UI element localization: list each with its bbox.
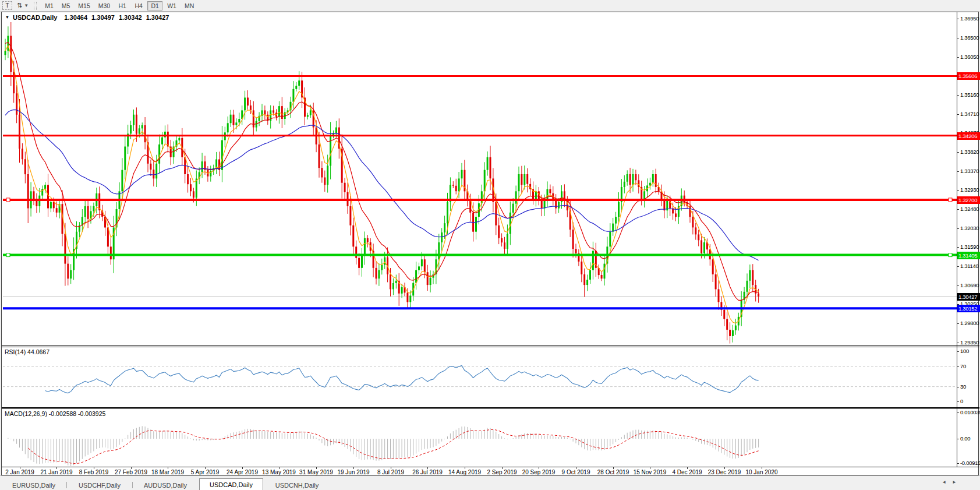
timeframe-button-m1[interactable]: M1 xyxy=(41,1,57,10)
date-tick-label: 4 Dec 2019 xyxy=(672,469,702,475)
price-tick xyxy=(957,114,959,115)
line-handle[interactable] xyxy=(949,253,952,257)
price-tick-label: 1.33820 xyxy=(960,149,980,155)
date-tick-label: 28 Oct 2019 xyxy=(597,469,629,475)
rsi-axis-label: 30 xyxy=(960,383,980,390)
macd-pane[interactable] xyxy=(3,409,957,467)
macd-tick xyxy=(957,439,959,439)
main-chart-pane[interactable] xyxy=(3,13,957,346)
tab-usdchf[interactable]: USDCHF,Daily xyxy=(68,480,131,490)
hline-price-chip: 1.31405 xyxy=(957,252,980,259)
timeframe-toolbar: M1M5M15M30H1H4D1W1MN xyxy=(41,0,198,11)
toolbar: T ⇅ ▼ M1M5M15M30H1H4D1W1MN xyxy=(0,0,980,12)
timeframe-button-d1[interactable]: D1 xyxy=(147,1,162,10)
timeframe-button-h1[interactable]: H1 xyxy=(115,1,130,10)
date-tick-label: 31 May 2019 xyxy=(299,469,333,475)
date-tick-label: 18 Mar 2019 xyxy=(151,469,184,475)
pane-separator[interactable] xyxy=(2,346,979,346)
tabs-scroll-left-icon[interactable]: ◄ xyxy=(942,480,946,485)
price-tick-label: 1.33370 xyxy=(960,168,980,174)
symbol-title: USDCAD,Daily xyxy=(13,14,57,21)
ohlc-low: 1.30342 xyxy=(119,14,142,21)
rsi-tick xyxy=(957,387,959,387)
rsi-label: RSI(14) 44.0667 xyxy=(5,348,49,355)
price-tick xyxy=(957,171,959,172)
date-axis-line xyxy=(2,467,979,467)
tabs-scroll-right-icon[interactable]: ► xyxy=(952,480,957,485)
price-tick-label: 1.30690 xyxy=(960,282,980,288)
current-price-chip: 1.30427 xyxy=(957,293,980,301)
price-tick xyxy=(957,228,959,229)
price-tick-label: 1.32480 xyxy=(960,206,980,212)
date-tick-label: 2 Jan 2019 xyxy=(5,469,34,475)
price-tick-label: 1.36950 xyxy=(960,15,980,22)
collapse-caret-icon[interactable]: ▼ xyxy=(5,15,9,19)
date-tick-label: 19 Jun 2019 xyxy=(337,469,369,475)
price-tick-label: 1.36050 xyxy=(960,54,980,60)
hline-price-chip: 1.32700 xyxy=(957,196,980,204)
hline-price-chip: 1.30152 xyxy=(957,305,980,312)
price-tick-label: 1.35160 xyxy=(960,91,980,98)
timeframe-button-w1[interactable]: W1 xyxy=(164,1,180,10)
slow-ma xyxy=(5,110,759,260)
date-tick-label: 20 Sep 2019 xyxy=(522,469,556,475)
price-tick-label: 1.32930 xyxy=(960,186,980,193)
price-tick xyxy=(957,343,959,343)
price-tick xyxy=(957,38,959,38)
hline-price-chip: 1.35606 xyxy=(957,72,980,80)
price-tick xyxy=(957,95,959,96)
tab-separator xyxy=(132,482,133,488)
ohlc-open: 1.30464 xyxy=(64,14,87,21)
line-handle[interactable] xyxy=(6,253,10,257)
tab-separator xyxy=(66,482,67,488)
macd-histogram xyxy=(5,426,759,466)
rsi-axis-label: 0 xyxy=(960,398,980,404)
date-tick-label: 10 Jan 2020 xyxy=(745,469,777,475)
rsi-axis-label: 70 xyxy=(960,363,980,369)
date-tick-label: 27 Feb 2019 xyxy=(115,469,147,475)
date-tick-label: 23 Dec 2019 xyxy=(708,469,741,475)
line-handle[interactable] xyxy=(949,198,952,202)
tab-scroll-buttons: ◄ ► xyxy=(942,480,957,485)
chart-mode-button[interactable]: ⇅ ▼ xyxy=(17,1,29,10)
date-tick-label: 14 Aug 2019 xyxy=(448,469,481,475)
line-handle[interactable] xyxy=(6,198,10,202)
hline-price-chip: 1.34206 xyxy=(957,132,980,140)
macd-label: MACD(12,26,9) -0.002588 -0.003925 xyxy=(5,410,105,417)
tab-usdcnh[interactable]: USDCNH,Daily xyxy=(266,480,328,490)
pane-separator[interactable] xyxy=(2,407,979,408)
dropdown-caret-icon: ▼ xyxy=(24,3,29,8)
timeframe-button-m30[interactable]: M30 xyxy=(95,1,114,10)
price-tick-label: 1.34710 xyxy=(960,111,980,117)
toolbar-separator-grip xyxy=(34,2,37,10)
timeframe-button-m15[interactable]: M15 xyxy=(75,1,93,10)
price-tick xyxy=(957,323,959,324)
date-tick-label: 24 Apr 2019 xyxy=(227,469,258,475)
timeframe-button-m5[interactable]: M5 xyxy=(58,1,74,10)
price-tick-label: 1.29350 xyxy=(960,339,980,346)
ohlc-close: 1.30427 xyxy=(146,14,169,21)
price-tick xyxy=(957,285,959,286)
tab-eurusd[interactable]: EURUSD,Daily xyxy=(2,480,65,490)
ohlc-high: 1.30497 xyxy=(91,14,115,21)
date-tick-label: 2 Sep 2019 xyxy=(487,469,516,475)
fast-ma xyxy=(5,46,759,323)
price-tick xyxy=(957,266,959,267)
candles xyxy=(5,22,760,344)
rsi-tick xyxy=(957,351,959,352)
tab-audusd[interactable]: AUDUSD,Daily xyxy=(134,480,197,490)
rsi-tick xyxy=(957,401,959,402)
chart-title: ▼ USDCAD,Daily 1.30464 1.30497 1.30342 1… xyxy=(5,13,176,21)
text-tool-button[interactable]: T xyxy=(2,1,12,10)
timeframe-button-h4[interactable]: H4 xyxy=(131,1,146,10)
macd-axis-label: 0.00 xyxy=(960,435,980,442)
date-tick-label: 5 Apr 2019 xyxy=(191,469,219,475)
macd-axis-label: -0.009153 xyxy=(960,460,980,466)
price-tick-label: 1.29800 xyxy=(960,320,980,326)
price-tick-label: 1.31140 xyxy=(960,263,980,269)
price-tick-label: 1.36500 xyxy=(960,34,980,41)
tab-usdcad[interactable]: USDCAD,Daily xyxy=(199,478,263,490)
price-tick xyxy=(957,57,959,58)
rsi-pane[interactable] xyxy=(3,347,957,407)
timeframe-button-mn[interactable]: MN xyxy=(181,1,197,10)
